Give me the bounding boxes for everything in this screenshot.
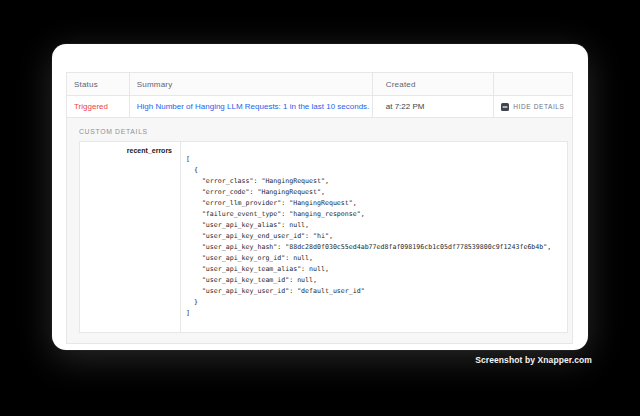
details-key-label: recent_errors [127, 147, 172, 332]
column-header-status: Status [67, 73, 130, 95]
hide-details-button[interactable]: HIDE DETAILS [501, 103, 564, 111]
column-header-actions [494, 73, 572, 95]
summary-cell: High Number of Hanging LLM Requests: 1 i… [130, 96, 373, 117]
json-content: [ { "error_class": "HangingRequest", "er… [181, 142, 567, 332]
custom-details-section: CUSTOM DETAILS recent_errors [ { "error_… [67, 118, 572, 343]
screenshot-background: Status Summary Created Triggered High Nu… [0, 0, 640, 416]
status-cell: Triggered [67, 96, 130, 117]
details-box: recent_errors [ { "error_class": "Hangin… [79, 141, 568, 333]
summary-link[interactable]: High Number of Hanging LLM Requests: 1 i… [137, 102, 370, 111]
hide-details-label: HIDE DETAILS [513, 103, 564, 110]
created-value: at 7:22 PM [386, 102, 425, 111]
column-header-summary: Summary [130, 73, 373, 95]
minus-square-icon [501, 103, 509, 111]
watermark-text: Screenshot by Xnapper.com [475, 355, 592, 365]
column-header-created: Created [373, 73, 495, 95]
table-header-row: Status Summary Created [67, 73, 572, 96]
actions-cell: HIDE DETAILS [494, 96, 572, 117]
created-cell: at 7:22 PM [373, 96, 495, 117]
alert-card: Status Summary Created Triggered High Nu… [52, 44, 588, 350]
custom-details-label: CUSTOM DETAILS [67, 118, 572, 135]
status-badge: Triggered [74, 102, 108, 111]
details-key-column: recent_errors [80, 142, 181, 332]
alert-table-row: Triggered High Number of Hanging LLM Req… [67, 96, 572, 118]
alerts-table: Status Summary Created Triggered High Nu… [66, 72, 573, 344]
